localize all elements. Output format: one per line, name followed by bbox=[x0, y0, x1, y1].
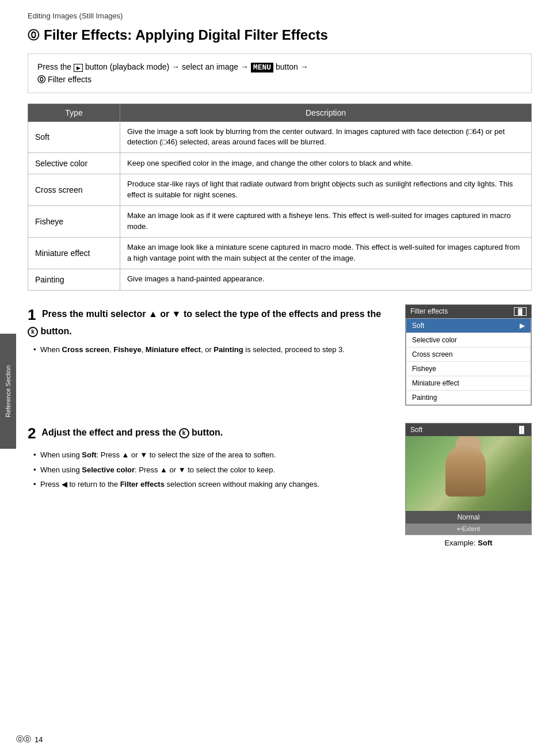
step1-heading-text: Press the multi selector ▲ or ▼ to selec… bbox=[42, 309, 381, 319]
menu-item-label-1: Selective color bbox=[412, 336, 457, 344]
table-desc-cell-2: Produce star-like rays of light that rad… bbox=[120, 174, 532, 206]
page-footer: ⓪⓪ 14 bbox=[16, 734, 532, 744]
miniature-effect-bold: Miniature effect bbox=[146, 345, 201, 354]
selective-color-bold: Selective color bbox=[82, 465, 135, 474]
example-caption: Example: Soft bbox=[405, 539, 532, 547]
effect-table: Type Description SoftGive the image a so… bbox=[28, 104, 532, 291]
step1-ui-panel: Filter effects ▐▌ Soft▶Selective colorCr… bbox=[405, 304, 532, 406]
step1-bullet1: When Cross screen, Fisheye, Miniature ef… bbox=[33, 344, 394, 356]
step2-soft-panel: Soft ▐▌ Normal ↩Extent bbox=[405, 423, 532, 535]
instruction-text-after: button → bbox=[276, 62, 308, 71]
filter-effects-bold: Filter effects bbox=[120, 480, 165, 488]
play-button-icon: ▶ bbox=[74, 64, 83, 72]
step2-panel-container: Soft ▐▌ Normal ↩Extent Example: Soft bbox=[405, 423, 532, 547]
cross-screen-bold: Cross screen bbox=[62, 345, 109, 354]
menu-button-label: MENU bbox=[251, 63, 273, 72]
menu-item-label-2: Cross screen bbox=[412, 350, 453, 358]
step2-bullet2: When using Selective color: Press ▲ or ▼… bbox=[33, 464, 394, 476]
step1-panel-title: Filter effects ▐▌ bbox=[406, 305, 531, 318]
step1-bullets: When Cross screen, Fisheye, Miniature ef… bbox=[28, 344, 394, 356]
col1-header: Type bbox=[28, 104, 120, 121]
menu-item-label-5: Painting bbox=[412, 394, 437, 402]
step2-bullet3: Press ◀ to return to the Filter effects … bbox=[33, 479, 394, 490]
menu-item-0[interactable]: Soft▶ bbox=[406, 319, 531, 333]
menu-item-label-4: Miniature effect bbox=[412, 379, 459, 387]
step2-preview-image bbox=[406, 436, 531, 511]
step2-heading-text2: button. bbox=[192, 427, 223, 437]
step2-heading-text1: Adjust the effect and press the bbox=[41, 427, 178, 437]
menu-item-4[interactable]: Miniature effect bbox=[406, 376, 531, 391]
instruction-text-before: Press the bbox=[37, 62, 71, 71]
instruction-text-middle: button (playback mode) → select an image… bbox=[85, 62, 251, 71]
menu-item-5[interactable]: Painting bbox=[406, 391, 531, 404]
step2-heading: 2 Adjust the effect and press the k butt… bbox=[28, 423, 394, 444]
table-type-cell-5: Painting bbox=[28, 269, 120, 290]
painting-bold: Painting bbox=[214, 345, 243, 354]
instruction-box: Press the ▶ button (playback mode) → sel… bbox=[28, 54, 532, 93]
step1-panel-title-label: Filter effects bbox=[410, 307, 448, 315]
step1-content: 1 Press the multi selector ▲ or ▼ to sel… bbox=[28, 304, 394, 358]
step1-panel-battery: ▐▌ bbox=[514, 307, 527, 316]
step1-heading-end: button. bbox=[40, 326, 71, 336]
step1-menu-list: Soft▶Selective colorCross screenFisheyeM… bbox=[406, 318, 531, 405]
step2-panel-title-label: Soft bbox=[410, 426, 422, 434]
footer-icon: ⓪⓪ bbox=[16, 734, 31, 744]
table-type-cell-2: Cross screen bbox=[28, 174, 120, 206]
table-desc-cell-4: Make an image look like a miniature scen… bbox=[120, 237, 532, 269]
table-type-cell-1: Selective color bbox=[28, 153, 120, 174]
title-icon: ⓪ bbox=[28, 28, 39, 43]
table-desc-cell-0: Give the image a soft look by blurring f… bbox=[120, 121, 532, 153]
fisheye-bold: Fisheye bbox=[113, 345, 141, 354]
page-title: ⓪ Filter Effects: Applying Digital Filte… bbox=[28, 27, 532, 43]
table-desc-cell-5: Give images a hand-painted appearance. bbox=[120, 269, 532, 290]
sidebar-label: Reference Section bbox=[5, 365, 12, 418]
step2-panel-title: Soft ▐▌ bbox=[406, 423, 531, 436]
main-content: Editing Images (Still Images) ⓪ Filter E… bbox=[16, 0, 549, 576]
step2-number: 2 bbox=[28, 425, 36, 442]
table-desc-cell-3: Make an image look as if it were capture… bbox=[120, 206, 532, 238]
example-bold: Soft bbox=[478, 539, 492, 547]
step2-section: 2 Adjust the effect and press the k butt… bbox=[28, 423, 532, 547]
soft-bold: Soft bbox=[82, 450, 96, 459]
menu-item-2[interactable]: Cross screen bbox=[406, 348, 531, 362]
table-type-cell-0: Soft bbox=[28, 121, 120, 153]
table-type-cell-3: Fisheye bbox=[28, 206, 120, 238]
step2-bullet1: When using Soft: Press ▲ or ▼ to select … bbox=[33, 449, 394, 461]
portrait-container bbox=[445, 445, 491, 502]
step1-panel-container: Filter effects ▐▌ Soft▶Selective colorCr… bbox=[405, 304, 532, 406]
filter-icon-inline: ⓪ bbox=[37, 75, 45, 84]
example-prefix: Example: bbox=[444, 539, 478, 547]
step1-section: 1 Press the multi selector ▲ or ▼ to sel… bbox=[28, 304, 532, 406]
breadcrumb: Editing Images (Still Images) bbox=[28, 12, 532, 20]
ok-button-2: k bbox=[179, 428, 189, 438]
step2-extent-bar: ↩Extent bbox=[406, 524, 531, 534]
menu-item-1[interactable]: Selective color bbox=[406, 333, 531, 348]
table-type-cell-4: Miniature effect bbox=[28, 237, 120, 269]
step1-heading: 1 Press the multi selector ▲ or ▼ to sel… bbox=[28, 304, 394, 338]
menu-item-label-3: Fisheye bbox=[412, 365, 436, 373]
step2-normal-bar: Normal bbox=[406, 511, 531, 524]
menu-item-3[interactable]: Fisheye bbox=[406, 362, 531, 376]
step2-content: 2 Adjust the effect and press the k butt… bbox=[28, 423, 394, 494]
step1-number: 1 bbox=[28, 306, 36, 323]
menu-item-arrow-0: ▶ bbox=[520, 322, 525, 330]
step2-bullets: When using Soft: Press ▲ or ▼ to select … bbox=[28, 449, 394, 490]
ok-button-1: k bbox=[28, 327, 38, 337]
menu-item-label-0: Soft bbox=[412, 322, 424, 330]
filter-effects-label: ⓪ Filter effects bbox=[37, 75, 92, 84]
title-text: Filter Effects: Applying Digital Filter … bbox=[44, 27, 328, 43]
col2-header: Description bbox=[120, 104, 532, 121]
portrait-body bbox=[445, 445, 486, 497]
sidebar-tab: Reference Section bbox=[0, 334, 16, 449]
step2-panel-battery: ▐▌ bbox=[517, 426, 527, 434]
table-desc-cell-1: Keep one specified color in the image, a… bbox=[120, 153, 532, 174]
footer-page-number: 14 bbox=[35, 735, 43, 744]
